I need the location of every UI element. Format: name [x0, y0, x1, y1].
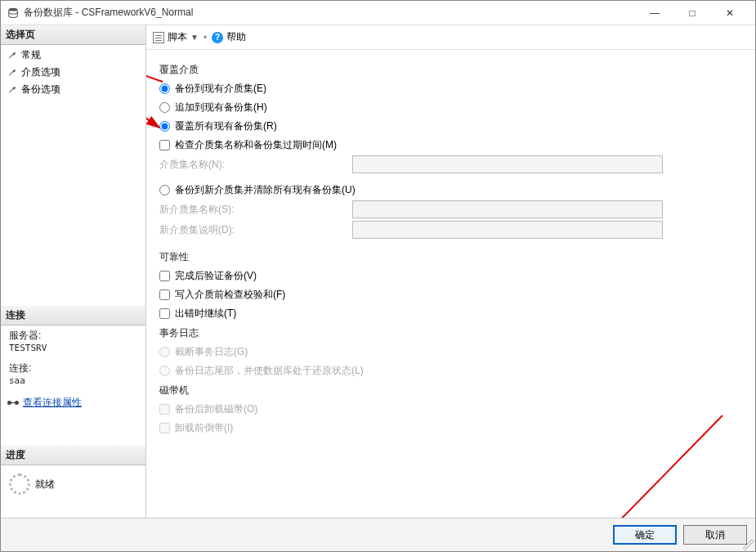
progress-spinner-icon	[9, 473, 30, 495]
toolbar-script-label: 脚本	[168, 30, 187, 44]
new-mediaset-desc-label: 新介质集说明(D):	[159, 223, 347, 237]
group-transaction-log: 事务日志	[159, 326, 742, 340]
toolbar: 脚本 ▼ • ? 帮助	[146, 25, 755, 50]
new-mediaset-name-label: 新介质集名称(S):	[159, 203, 347, 217]
radio-truncate-txlog-label: 截断事务日志(G)	[175, 345, 248, 359]
group-tape-drive: 磁带机	[159, 384, 742, 397]
connection-icon	[7, 399, 19, 407]
chevron-down-icon: ▼	[190, 33, 199, 42]
resize-grip[interactable]	[743, 539, 754, 550]
server-value: TESTSRV	[9, 343, 137, 353]
database-icon	[7, 7, 19, 19]
connection-label: 连接:	[9, 361, 137, 375]
new-mediaset-name-input	[352, 200, 663, 218]
sidebar-item-label: 备份选项	[21, 83, 60, 96]
cancel-button[interactable]: 取消	[683, 525, 747, 545]
sidebar-select-page-header: 选择页	[1, 25, 145, 45]
radio-backup-new-mediaset[interactable]	[159, 185, 170, 195]
checkbox-check-mediaset[interactable]	[159, 140, 170, 150]
dialog-footer: 确定 取消	[1, 518, 755, 551]
radio-truncate-txlog	[159, 347, 170, 357]
new-mediaset-desc-input	[352, 221, 663, 239]
ok-button[interactable]: 确定	[613, 525, 677, 545]
checkbox-rewind-before-unload	[159, 423, 170, 433]
toolbar-help-button[interactable]: ? 帮助	[212, 30, 246, 44]
checkbox-unload-tape-after-label: 备份后卸载磁带(O)	[175, 402, 257, 416]
server-label: 服务器:	[9, 329, 137, 343]
window-close-button[interactable]: ✕	[711, 2, 749, 25]
window-maximize-button[interactable]: □	[673, 2, 711, 25]
checkbox-continue-on-error[interactable]	[159, 308, 170, 319]
radio-append-existing[interactable]	[159, 102, 170, 113]
mediaset-name-input	[352, 155, 663, 173]
svg-point-0	[9, 7, 18, 11]
group-reliability: 可靠性	[159, 250, 742, 264]
svg-line-2	[146, 97, 159, 128]
titlebar: 备份数据库 - CSFrameworkV6_Normal — □ ✕	[1, 1, 755, 25]
window-title: 备份数据库 - CSFrameworkV6_Normal	[24, 6, 636, 20]
connection-value: saa	[9, 375, 137, 386]
help-icon: ?	[212, 32, 223, 43]
checkbox-verify-after-backup-label[interactable]: 完成后验证备份(V)	[175, 269, 257, 283]
form-area: 覆盖介质 备份到现有介质集(E) 追加到现有备份集(H) 覆盖所有现有备份集(R…	[146, 50, 755, 518]
radio-overwrite-all-existing[interactable]	[159, 121, 170, 132]
checkbox-check-mediaset-label[interactable]: 检查介质集名称和备份集过期时间(M)	[175, 138, 337, 152]
sidebar-progress-header: 进度	[1, 446, 145, 465]
progress-status: 就绪	[35, 478, 55, 491]
checkbox-verify-after-backup[interactable]	[159, 271, 170, 281]
radio-append-existing-label[interactable]: 追加到现有备份集(H)	[175, 101, 267, 114]
checkbox-continue-on-error-label[interactable]: 出错时继续(T)	[175, 307, 236, 321]
wrench-icon	[7, 51, 17, 61]
window-minimize-button[interactable]: —	[636, 2, 673, 25]
sidebar-item-backup-options[interactable]: 备份选项	[4, 81, 142, 98]
checkbox-rewind-before-unload-label: 卸载前倒带(I)	[175, 421, 233, 435]
radio-backup-log-tail	[159, 366, 170, 376]
view-connection-properties-link[interactable]: 查看连接属性	[23, 396, 82, 410]
checkbox-unload-tape-after	[159, 404, 170, 415]
sidebar-item-label: 常规	[21, 48, 41, 62]
sidebar-item-general[interactable]: 常规	[4, 47, 142, 64]
radio-backup-existing-mediaset[interactable]	[159, 83, 170, 94]
wrench-icon	[7, 68, 17, 78]
sidebar-connection-header: 连接	[1, 306, 145, 325]
toolbar-help-label: 帮助	[226, 30, 246, 44]
mediaset-name-label: 介质集名称(N):	[159, 158, 347, 172]
radio-backup-log-tail-label: 备份日志尾部，并使数据库处于还原状态(L)	[175, 364, 364, 378]
radio-overwrite-all-existing-label[interactable]: 覆盖所有现有备份集(R)	[175, 119, 277, 133]
checkbox-checksum-before-write-label[interactable]: 写入介质前检查校验和(F)	[175, 288, 285, 302]
wrench-icon	[7, 85, 17, 95]
radio-backup-existing-mediaset-label[interactable]: 备份到现有介质集(E)	[175, 82, 266, 96]
sidebar-item-media-options[interactable]: 介质选项	[4, 64, 142, 81]
toolbar-script-dropdown[interactable]: 脚本 ▼	[153, 30, 199, 44]
sidebar-item-label: 介质选项	[21, 65, 60, 79]
radio-backup-new-mediaset-label[interactable]: 备份到新介质集并清除所有现有备份集(U)	[175, 183, 356, 197]
group-overwrite-media: 覆盖介质	[159, 63, 742, 77]
checkbox-checksum-before-write[interactable]	[159, 289, 170, 300]
sidebar: 选择页 常规 介质选项 备份选项 连接 服务器:TESTSRV	[1, 25, 146, 518]
script-icon	[153, 32, 164, 43]
